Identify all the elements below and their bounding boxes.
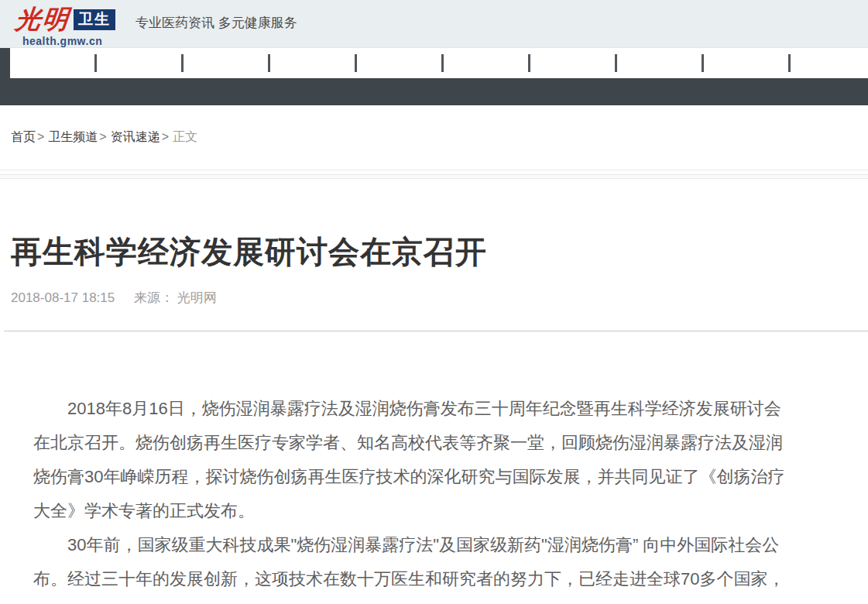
article-paragraph: 30年前，国家级重大科技成果"烧伤湿润暴露疗法"及国家级新药"湿润烧伤膏” 向中… [33, 528, 788, 604]
breadcrumb-current: 正文 [173, 130, 197, 143]
nav-item[interactable] [444, 48, 530, 78]
nav-item[interactable] [530, 48, 617, 78]
article-meta: 2018-08-17 18:15 来源： 光明网 [11, 289, 857, 304]
nav-item[interactable] [704, 48, 791, 78]
nav-item[interactable] [617, 48, 704, 78]
nav-item[interactable] [791, 48, 868, 78]
article-title: 再生科学经济发展研讨会在京召开 [11, 232, 857, 272]
breadcrumb-separator: > [37, 130, 44, 143]
article: 再生科学经济发展研讨会在京召开 2018-08-17 18:15 来源： 光明网… [11, 232, 857, 604]
health-badge: 卫生 [74, 9, 115, 30]
section-divider-band [0, 174, 868, 179]
main-nav-bar [0, 48, 868, 105]
breadcrumb-divider [0, 170, 868, 170]
breadcrumb-link[interactable]: 资讯速递 [111, 130, 160, 143]
nav-item[interactable] [184, 48, 270, 78]
breadcrumb-separator: > [162, 130, 169, 143]
nav-item[interactable] [357, 48, 444, 78]
site-logo[interactable]: 光明 卫生 health.gmw.cn [15, 4, 115, 47]
source-label: 来源： [134, 290, 173, 305]
breadcrumb-link[interactable]: 卫生频道 [48, 130, 98, 143]
site-domain: health.gmw.cn [22, 36, 115, 47]
source-name: 光明网 [177, 290, 217, 305]
breadcrumb-link[interactable]: 首页 [11, 130, 36, 143]
logo-row: 光明 卫生 [15, 4, 115, 35]
site-header: 光明 卫生 health.gmw.cn 专业医药资讯 多元健康服务 [0, 0, 868, 48]
breadcrumb-separator: > [99, 130, 106, 143]
breadcrumb: 首页>卫生频道>资讯速递>正文 [11, 129, 868, 144]
article-paragraph: 2018年8月16日，烧伤湿润暴露疗法及湿润烧伤膏发布三十周年纪念暨再生科学经济… [33, 392, 788, 528]
nav-item[interactable] [270, 48, 357, 78]
article-body: 2018年8月16日，烧伤湿润暴露疗法及湿润烧伤膏发布三十周年纪念暨再生科学经济… [11, 331, 788, 604]
article-date: 2018-08-17 18:15 [11, 290, 115, 305]
nav-item[interactable] [97, 48, 184, 78]
nav-item[interactable] [10, 48, 97, 78]
site-tagline: 专业医药资讯 多元健康服务 [136, 14, 297, 32]
guangming-calligraphy-logo: 光明 [14, 5, 71, 34]
nav-strip [10, 48, 868, 78]
